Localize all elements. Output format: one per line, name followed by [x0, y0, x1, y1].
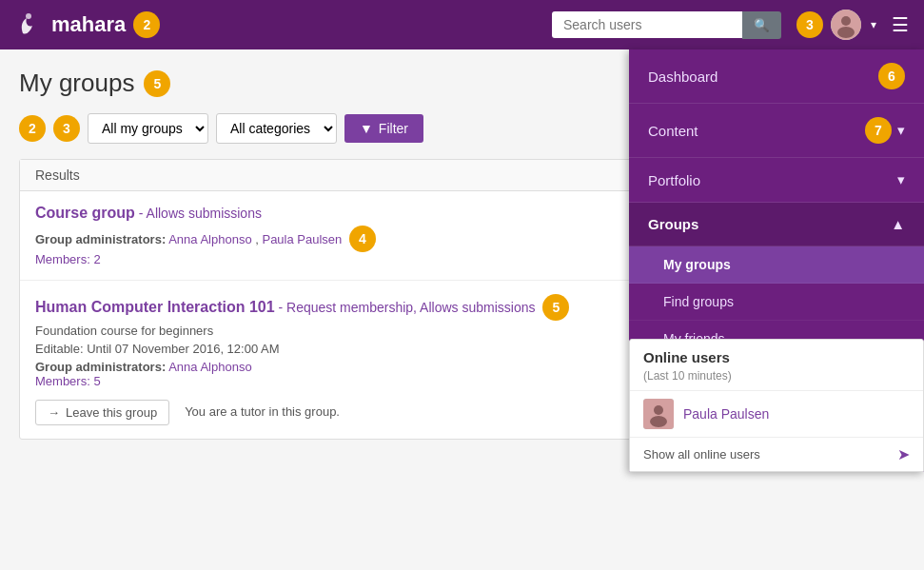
online-user-item: Paula Paulsen — [630, 390, 923, 437]
show-all-online-users-label: Show all online users — [643, 447, 760, 462]
hamburger-icon[interactable]: ☰ — [892, 13, 909, 36]
page-title: My groups — [19, 69, 134, 98]
filter-icon: ▼ — [360, 121, 373, 136]
show-all-row: Show all online users ➤ — [630, 437, 923, 471]
leave-group-button[interactable]: → Leave this group — [35, 400, 169, 425]
logo-area: mahara 2 — [15, 10, 552, 39]
menu-item-portfolio[interactable]: Portfolio ▾ — [629, 158, 924, 203]
menu-item-content[interactable]: Content 7 ▾ — [629, 104, 924, 158]
menu-item-groups[interactable]: Groups ▲ — [629, 203, 924, 246]
show-all-arrow-icon[interactable]: ➤ — [897, 445, 910, 463]
avatar[interactable] — [831, 10, 861, 40]
groups-chevron-icon: ▲ — [891, 216, 905, 232]
svg-point-3 — [837, 27, 855, 38]
svg-point-5 — [654, 405, 663, 415]
online-users-subtitle: (Last 10 minutes) — [630, 369, 923, 390]
main-container: My groups 5 2 3 All my groups All catego… — [0, 49, 924, 570]
leave-icon: → — [48, 405, 60, 420]
portfolio-label: Portfolio — [648, 172, 700, 188]
search-button[interactable]: 🔍 — [742, 11, 781, 39]
online-user-name[interactable]: Paula Paulsen — [683, 406, 769, 422]
search-area: 🔍 — [552, 11, 781, 39]
svg-point-2 — [841, 16, 851, 26]
content-chevron-icon: ▾ — [897, 122, 905, 139]
online-users-panel: Online users (Last 10 minutes) Paula Pau… — [629, 339, 924, 472]
user-badge-3: 3 — [796, 11, 823, 38]
group2-admin-link[interactable]: Anna Alphonso — [168, 360, 251, 374]
find-groups-label: Find groups — [663, 294, 734, 309]
content-label: Content — [648, 123, 698, 139]
admin-link-paula[interactable]: Paula Paulsen — [262, 232, 342, 246]
online-user-avatar — [643, 399, 674, 429]
svg-point-6 — [650, 416, 667, 427]
user-area: 3 ▾ ☰ — [796, 10, 909, 40]
menu-item-dashboard[interactable]: Dashboard 6 — [629, 49, 924, 104]
filter-badge-3: 3 — [53, 115, 80, 142]
group-subtitle: - Allows submissions — [139, 206, 262, 221]
tutor-note: You are a tutor in this group. — [185, 404, 340, 419]
portfolio-chevron-icon: ▾ — [897, 171, 905, 188]
svg-point-0 — [26, 13, 31, 19]
search-input[interactable] — [552, 11, 742, 38]
submenu-item-my-groups[interactable]: My groups — [629, 246, 924, 284]
user-menu-chevron-icon[interactable]: ▾ — [871, 18, 876, 31]
page-title-badge: 5 — [144, 70, 170, 97]
group2-title[interactable]: Human Computer Interaction 101 — [35, 299, 275, 315]
submenu-item-find-groups[interactable]: Find groups — [629, 284, 924, 321]
group-filter-select[interactable]: All my groups — [88, 113, 208, 144]
dropdown-menu: Dashboard 6 Content 7 ▾ Portfolio ▾ Grou… — [629, 49, 924, 472]
dashboard-label: Dashboard — [648, 69, 718, 85]
groups-label: Groups — [648, 216, 698, 232]
filter-badge-2: 2 — [19, 115, 46, 142]
my-groups-label: My groups — [663, 257, 731, 272]
logo-text: mahara — [51, 12, 126, 37]
mahara-logo-icon — [15, 10, 44, 39]
group-badge-4: 4 — [349, 226, 376, 252]
group2-subtitle: - Request membership, Allows submissions — [279, 300, 536, 315]
top-navigation: mahara 2 🔍 3 ▾ ☰ — [0, 0, 924, 49]
group-badge-5: 5 — [542, 294, 569, 321]
nav-badge-2: 2 — [133, 11, 160, 38]
content-badge: 7 — [865, 117, 892, 144]
filter-button[interactable]: ▼ Filter — [344, 114, 423, 143]
admin-link-anna[interactable]: Anna Alphonso — [168, 232, 251, 246]
online-users-header: Online users — [630, 340, 923, 369]
dashboard-badge: 6 — [878, 63, 905, 89]
group-title[interactable]: Course group — [35, 205, 135, 221]
search-icon: 🔍 — [754, 18, 770, 32]
category-filter-select[interactable]: All categories — [216, 113, 337, 144]
